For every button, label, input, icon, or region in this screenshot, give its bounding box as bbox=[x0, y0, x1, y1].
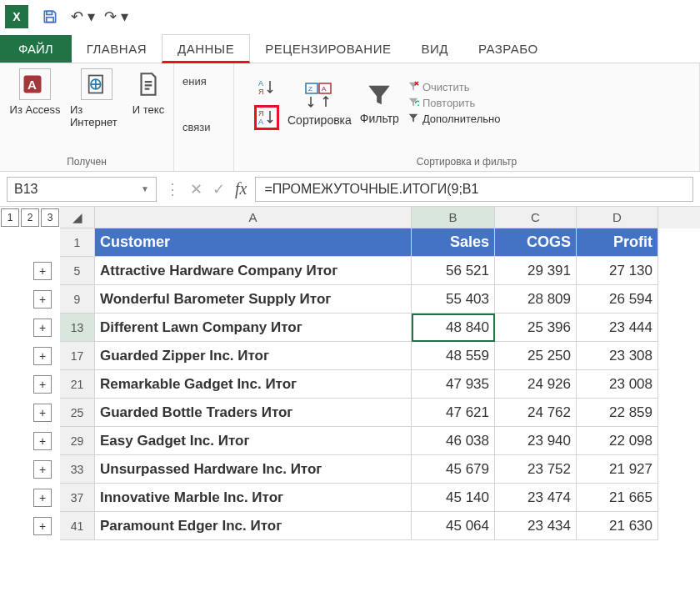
row-header[interactable]: 13 bbox=[60, 314, 95, 342]
cell-customer[interactable]: Easy Gadget Inc. Итог bbox=[95, 427, 412, 455]
undo-button[interactable]: ↶ ▾ bbox=[70, 3, 97, 30]
tab-home[interactable]: ГЛАВНАЯ bbox=[72, 35, 162, 63]
advanced-filter-button[interactable]: Дополнительно bbox=[408, 113, 501, 125]
cell-sales[interactable]: 47 935 bbox=[412, 370, 495, 399]
cell-cogs[interactable]: 23 940 bbox=[495, 427, 577, 455]
cell-sales[interactable]: 48 840 bbox=[412, 314, 495, 342]
formula-input[interactable]: =ПРОМЕЖУТОЧНЫЕ.ИТОГИ(9;B1 bbox=[255, 177, 693, 202]
from-text-button[interactable]: И текс bbox=[132, 68, 165, 128]
cell-profit[interactable]: 26 594 bbox=[577, 285, 658, 314]
cell-cogs[interactable]: 28 809 bbox=[495, 285, 577, 314]
outline-expand-button[interactable]: + bbox=[33, 262, 52, 280]
cell-cogs[interactable]: 23 752 bbox=[495, 455, 577, 484]
cell-sales[interactable]: 45 064 bbox=[412, 512, 495, 540]
from-access-button[interactable]: A Из Access bbox=[8, 68, 62, 128]
cell-customer[interactable]: Different Lawn Company Итог bbox=[95, 314, 412, 342]
cell-customer[interactable]: Innovative Marble Inc. Итог bbox=[95, 484, 412, 512]
col-header-d[interactable]: D bbox=[577, 207, 658, 228]
cell-profit[interactable]: 22 098 bbox=[577, 427, 658, 455]
redo-button[interactable]: ↷ ▾ bbox=[103, 3, 130, 30]
cell-profit[interactable]: 27 130 bbox=[577, 257, 658, 285]
cell-sales[interactable]: 48 559 bbox=[412, 342, 495, 370]
cell-profit[interactable]: 22 859 bbox=[577, 399, 658, 427]
save-button[interactable] bbox=[37, 3, 63, 30]
ribbon: A Из Access Из Интернет И текс Получен е… bbox=[0, 63, 700, 172]
cell-profit[interactable]: 23 444 bbox=[577, 314, 658, 342]
fx-icon[interactable]: fx bbox=[235, 179, 247, 198]
enter-formula-button[interactable]: ✓ bbox=[212, 180, 225, 198]
row-header[interactable]: 29 bbox=[60, 427, 95, 455]
header-cogs[interactable]: COGS bbox=[495, 228, 577, 257]
tab-developer[interactable]: РАЗРАБО bbox=[463, 35, 553, 63]
outline-expand-button[interactable]: + bbox=[33, 489, 52, 507]
name-box[interactable]: B13 ▼ bbox=[7, 177, 157, 202]
cell-cogs[interactable]: 25 396 bbox=[495, 314, 577, 342]
row-header[interactable]: 21 bbox=[60, 370, 95, 399]
outline-level-3[interactable]: 3 bbox=[41, 208, 59, 227]
outline-expand-button[interactable]: + bbox=[33, 404, 52, 422]
cell-sales[interactable]: 56 521 bbox=[412, 257, 495, 285]
cell-sales[interactable]: 46 038 bbox=[412, 427, 495, 455]
outline-expand-button[interactable]: + bbox=[33, 347, 52, 365]
reapply-filter-button[interactable]: Повторить bbox=[408, 97, 501, 109]
cell-cogs[interactable]: 25 250 bbox=[495, 342, 577, 370]
cell-customer[interactable]: Guarded Bottle Traders Итог bbox=[95, 399, 412, 427]
row-header[interactable]: 37 bbox=[60, 484, 95, 512]
cell-cogs[interactable]: 23 474 bbox=[495, 484, 577, 512]
col-header-c[interactable]: C bbox=[495, 207, 577, 228]
outline-expand-button[interactable]: + bbox=[33, 290, 52, 309]
ribbon-tabs: ФАЙЛ ГЛАВНАЯ ДАННЫЕ РЕЦЕНЗИРОВАНИЕ ВИД Р… bbox=[0, 33, 700, 63]
row-header[interactable]: 17 bbox=[60, 342, 95, 370]
outline-expand-button[interactable]: + bbox=[33, 460, 52, 479]
cell-cogs[interactable]: 23 434 bbox=[495, 512, 577, 540]
cell-profit[interactable]: 23 308 bbox=[577, 342, 658, 370]
sort-desc-button[interactable]: ЯА bbox=[254, 105, 279, 130]
outline-expand-button[interactable]: + bbox=[33, 517, 52, 535]
filter-button[interactable]: Фильтр bbox=[360, 81, 399, 125]
cell-customer[interactable]: Remarkable Gadget Inc. Итог bbox=[95, 370, 412, 399]
cell-customer[interactable]: Paramount Edger Inc. Итог bbox=[95, 512, 412, 540]
outline-level-1[interactable]: 1 bbox=[1, 208, 19, 227]
cell-sales[interactable]: 45 140 bbox=[412, 484, 495, 512]
col-header-b[interactable]: B bbox=[412, 207, 495, 228]
cell-customer[interactable]: Unsurpassed Hardware Inc. Итог bbox=[95, 455, 412, 484]
tab-data[interactable]: ДАННЫЕ bbox=[162, 34, 250, 63]
outline-expand-button[interactable]: + bbox=[33, 319, 52, 337]
row-header[interactable]: 33 bbox=[60, 455, 95, 484]
cell-cogs[interactable]: 24 762 bbox=[495, 399, 577, 427]
cell-customer[interactable]: Guarded Zipper Inc. Итог bbox=[95, 342, 412, 370]
outline-level-2[interactable]: 2 bbox=[21, 208, 39, 227]
cell-profit[interactable]: 21 927 bbox=[577, 455, 658, 484]
row-header[interactable]: 1 bbox=[60, 228, 95, 257]
cell-cogs[interactable]: 24 926 bbox=[495, 370, 577, 399]
cancel-formula-button[interactable]: ✕ bbox=[190, 180, 202, 198]
clear-filter-button[interactable]: Очистить bbox=[408, 81, 501, 93]
cell-profit[interactable]: 21 630 bbox=[577, 512, 658, 540]
header-profit[interactable]: Profit bbox=[577, 228, 658, 257]
namebox-dropdown-icon[interactable]: ▼ bbox=[141, 184, 149, 193]
row-header[interactable]: 5 bbox=[60, 257, 95, 285]
cell-sales[interactable]: 45 679 bbox=[412, 455, 495, 484]
sort-asc-button[interactable]: АЯ bbox=[254, 75, 279, 100]
row-header[interactable]: 25 bbox=[60, 399, 95, 427]
cell-customer[interactable]: Wonderful Barometer Supply Итог bbox=[95, 285, 412, 314]
cell-sales[interactable]: 47 621 bbox=[412, 399, 495, 427]
row-header[interactable]: 9 bbox=[60, 285, 95, 314]
from-web-button[interactable]: Из Интернет bbox=[70, 68, 123, 128]
row-header[interactable]: 41 bbox=[60, 512, 95, 540]
cell-profit[interactable]: 23 008 bbox=[577, 370, 658, 399]
tab-view[interactable]: ВИД bbox=[406, 35, 462, 63]
sort-dialog-button[interactable]: ZA Сортировка bbox=[288, 78, 352, 127]
header-sales[interactable]: Sales bbox=[412, 228, 495, 257]
header-customer[interactable]: Customer bbox=[95, 228, 412, 257]
col-header-a[interactable]: A bbox=[95, 207, 412, 228]
outline-expand-button[interactable]: + bbox=[33, 432, 52, 450]
cell-profit[interactable]: 21 665 bbox=[577, 484, 658, 512]
cell-cogs[interactable]: 29 391 bbox=[495, 257, 577, 285]
outline-expand-button[interactable]: + bbox=[33, 375, 52, 394]
cell-customer[interactable]: Attractive Hardware Company Итог bbox=[95, 257, 412, 285]
tab-file[interactable]: ФАЙЛ bbox=[0, 35, 72, 63]
tab-review[interactable]: РЕЦЕНЗИРОВАНИЕ bbox=[250, 35, 406, 63]
cell-sales[interactable]: 55 403 bbox=[412, 285, 495, 314]
select-all-corner[interactable]: ◢ bbox=[60, 207, 95, 228]
